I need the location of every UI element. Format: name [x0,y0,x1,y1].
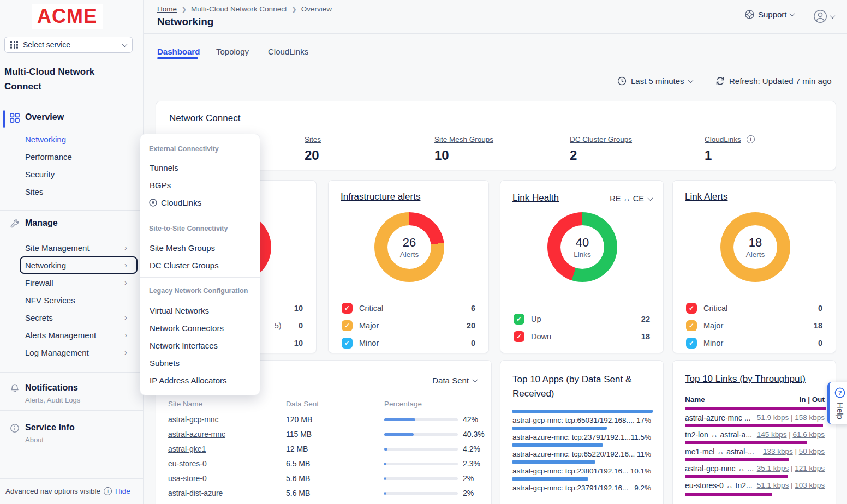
flyout-item-tunnels[interactable]: Tunnels [150,163,178,172]
tab-topology[interactable]: Topology [216,47,249,56]
out-link[interactable]: 103 kbps [795,481,825,489]
acme-logo[interactable]: ACME [32,4,103,29]
data-sent-cell: 5.6 MB [286,489,310,497]
stat-sites-link[interactable]: Sites [305,135,321,143]
critical-checkbox[interactable]: ✓ [686,303,697,314]
flyout-item-site-mesh-groups[interactable]: Site Mesh Groups [150,243,215,253]
sidebar-item-firewall[interactable]: Firewall [25,278,53,287]
in-link[interactable]: 145 kbps [757,430,787,439]
up-checkbox[interactable]: ✓ [514,314,524,325]
data-sent-dropdown[interactable]: Data Sent [432,376,477,385]
stat-cloudlinks-link[interactable]: CloudLinks [705,135,741,143]
critical-checkbox[interactable]: ✓ [342,303,353,314]
service-info-subtitle: About [25,436,44,444]
link-alerts-card: Link Alerts 18 Alerts ✓ Critical 0 ✓ Maj… [672,180,836,353]
sidebar-item-sites[interactable]: Sites [25,187,43,196]
support-menu[interactable]: Support [744,9,794,20]
app-bar [512,443,603,447]
stat-dc-cluster-groups-value: 2 [570,148,632,163]
active-tab-indicator [157,57,198,59]
tab-cloudlinks[interactable]: CloudLinks [268,47,308,56]
info-icon[interactable]: i [747,135,755,143]
down-checkbox[interactable]: ✓ [514,331,524,342]
link-health-filter-dropdown[interactable]: RE ↔ CE [610,194,652,203]
major-checkbox[interactable]: ✓ [686,320,697,331]
data-sent-cell: 120 MB [286,415,312,424]
apps-grid-icon [10,41,19,48]
site-link[interactable]: eu-stores-0 [168,459,207,468]
flyout-item-dc-cluster-groups[interactable]: DC Cluster Groups [150,261,219,270]
site-link[interactable]: astral-gcp-mnc [168,415,219,424]
flyout-item-ip-address-allocators[interactable]: IP Address Allocators [150,376,226,385]
sidebar-item-secrets[interactable]: Secrets [25,313,53,322]
time-range-dropdown[interactable]: Last 5 minutes [617,76,693,86]
out-link[interactable]: 61.6 kbps [792,430,825,439]
flyout-item-cloudlinks[interactable]: CloudLinks [161,198,201,207]
breadcrumb-overview[interactable]: Overview [301,5,332,13]
minor-checkbox[interactable]: ✓ [686,338,697,349]
chevron-down-icon [789,11,795,16]
in-link[interactable]: 51.1 kbps [757,481,789,489]
link-name: me1-mel ↔ astral-... [685,447,754,456]
sidebar-section-notifications[interactable]: Notifications [25,383,78,393]
sidebar-item-log-management[interactable]: Log Management [25,348,89,357]
out-link[interactable]: 50 kbps [799,447,825,455]
sidebar-item-alerts-management[interactable]: Alerts Management [25,331,96,340]
infrastructure-alerts-title[interactable]: Infrastructure alerts [341,191,420,202]
hide-link[interactable]: Hide [115,487,130,495]
link-alerts-title[interactable]: Link Alerts [685,191,727,202]
sidebar-item-performance[interactable]: Performance [25,152,72,161]
site-link[interactable]: astral-gke1 [168,445,206,453]
select-service-dropdown[interactable]: Select service [4,37,133,53]
in-link[interactable]: 51.9 kbps [757,413,789,422]
link-alerts-donut: 18 Alerts [720,212,790,282]
help-tab[interactable]: ? Help [827,382,847,424]
out-link[interactable]: 121 kbps [795,464,825,472]
sidebar-item-nfv-services[interactable]: NFV Services [25,296,75,305]
minor-checkbox[interactable]: ✓ [342,338,353,349]
legend-label: Major [703,321,723,330]
percentage-cell: 2.3% [463,459,480,468]
link-name: tn2-lon ↔ astral-a... [685,430,752,439]
info-icon: i [104,487,112,495]
stat-site-mesh-groups: Site Mesh Groups 10 [434,134,493,163]
in-link[interactable]: 133 kbps [763,447,793,455]
sidebar-item-site-management[interactable]: Site Management [25,243,90,253]
sidebar-section-service-info[interactable]: Service Info [25,423,75,433]
top-apps-card: Top 10 Apps (by Data Sent & Received) as… [500,360,664,504]
chevron-right-icon: › [124,243,127,252]
link-bar [685,475,788,478]
site-link[interactable]: astral-azure-mnc [168,430,225,439]
top-links-title[interactable]: Top 10 Links (by Throughput) [685,374,806,385]
chevron-right-icon: › [124,347,127,357]
sidebar-item-networking-manage[interactable]: Networking [25,261,66,270]
chevron-down-icon [473,377,478,382]
sidebar-section-overview[interactable]: Overview [25,112,64,122]
flyout-item-network-interfaces[interactable]: Network Interfaces [150,341,218,350]
site-link[interactable]: usa-store-0 [168,474,207,483]
donut-center-value: 40 [576,236,589,250]
stat-site-mesh-groups-value: 10 [434,148,493,163]
in-link[interactable]: 35.1 kbps [757,464,789,472]
stat-site-mesh-groups-link[interactable]: Site Mesh Groups [434,135,493,143]
lifebuoy-icon [744,9,755,20]
out-link[interactable]: 158 kbps [795,413,825,422]
flyout-item-subnets[interactable]: Subnets [150,358,180,368]
flyout-item-network-connectors[interactable]: Network Connectors [150,323,224,333]
account-menu[interactable] [813,9,834,23]
flyout-item-bgps[interactable]: BGPs [150,181,171,190]
sidebar-section-manage[interactable]: Manage [25,218,58,228]
percentage-bar [384,477,458,480]
refresh-control[interactable]: Refresh: Updated 7 min ago [715,76,832,86]
stat-sites-value: 20 [305,148,321,163]
breadcrumb-home[interactable]: Home [157,5,177,13]
product-title: Multi-Cloud Network Connect [4,64,138,94]
breadcrumb-mnc[interactable]: Multi-Cloud Network Connect [191,5,287,13]
tab-dashboard[interactable]: Dashboard [157,47,200,56]
link-health-title[interactable]: Link Health [512,193,559,203]
sidebar-item-networking-overview[interactable]: Networking [25,135,66,144]
flyout-item-virtual-networks[interactable]: Virtual Networks [150,306,209,315]
major-checkbox[interactable]: ✓ [342,320,353,331]
stat-dc-cluster-groups-link[interactable]: DC Cluster Groups [570,135,632,143]
sidebar-item-security[interactable]: Security [25,170,55,179]
